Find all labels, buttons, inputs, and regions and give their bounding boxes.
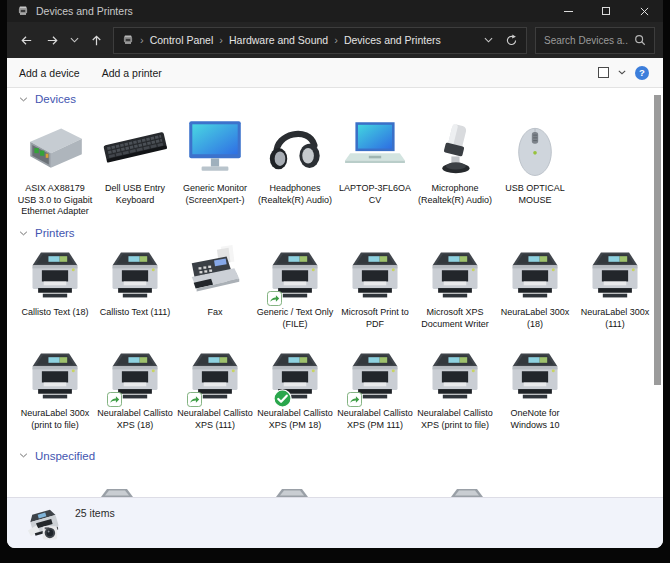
shared-badge [107,392,122,407]
printer-icon [25,242,85,304]
tile-label: NeuraLabel 300x (18) [496,307,574,330]
laptop-icon [342,108,408,180]
close-button[interactable] [625,0,663,22]
tile-label: Microphone (Realtek(R) Audio) [416,183,494,206]
tile-label: Callisto Text (111) [100,307,171,319]
breadcrumb-item[interactable]: Control Panel [150,34,214,46]
ethernet-adapter-icon [22,108,88,180]
printer-icon [505,343,565,405]
forward-arrow-icon [45,33,60,48]
printer-tile[interactable]: Neuralabel Callisto XPS (PM 18) [255,343,335,431]
tile-label: Generic / Text Only (FILE) [256,307,334,330]
printer-tile[interactable]: Callisto Text (18) [15,242,95,319]
recent-locations-button[interactable] [65,27,83,53]
printer-camera-icon [23,504,65,548]
minimize-button[interactable] [549,0,587,22]
tile-label: Headphones (Realtek(R) Audio) [256,183,334,206]
screen: Devices and Printers [0,0,670,563]
printer-tile[interactable]: Neuralabel Callisto XPS (PM 111) [335,343,415,431]
printer-icon [105,242,165,304]
refresh-button[interactable] [505,34,518,47]
close-icon [640,7,649,16]
unspecified-partials [7,489,663,497]
search-input[interactable] [544,35,628,46]
section-header-unspecified[interactable]: Unspecified [15,445,663,465]
device-tile[interactable]: Dell USB Entry Keyboard [95,108,175,206]
printer-tile[interactable]: NeuraLabel 300x (111) [575,242,655,330]
section-label: Printers [35,227,75,239]
minimize-icon [564,11,573,12]
shared-badge [347,392,362,407]
fax-icon [184,242,246,304]
add-printer-button[interactable]: Add a printer [102,67,162,79]
help-icon: ? [639,67,645,78]
device-tile[interactable]: USB OPTICAL MOUSE [495,108,575,206]
printer-tile[interactable]: Neuralabel Callisto XPS (111) [175,343,255,431]
monitor-icon [182,108,248,180]
printer-tile[interactable]: Fax [175,242,255,319]
up-arrow-icon [89,33,104,48]
printer-tile[interactable]: Neuralabel Callisto XPS (print to file) [415,343,495,431]
partial-device-icon[interactable] [447,489,487,497]
window-title: Devices and Printers [36,5,549,17]
shared-badge [187,392,202,407]
printer-tile[interactable]: Callisto Text (111) [95,242,175,319]
printer-app-icon [17,5,29,17]
item-count: 25 items [75,507,115,519]
help-button[interactable]: ? [635,66,649,80]
up-button[interactable] [83,27,109,53]
breadcrumb-separator: › [334,34,338,46]
tile-label: NeuraLabel 300x (111) [576,307,654,330]
printer-tile[interactable]: NeuraLabel 300x (print to file) [15,343,95,431]
tile-label: USB OPTICAL MOUSE [496,183,574,206]
magnifier-icon [634,34,646,46]
add-device-button[interactable]: Add a device [19,67,80,79]
maximize-button[interactable] [587,0,625,22]
section-printers: PrintersCallisto Text (18)Callisto Text … [15,222,663,445]
tile-label: ASIX AX88179 USB 3.0 to Gigabit Ethernet… [16,183,94,218]
device-tile[interactable]: Microphone (Realtek(R) Audio) [415,108,495,206]
device-tile[interactable]: Generic Monitor (ScreenXpert-) [175,108,255,206]
printer-icon [265,343,325,405]
status-bar: 25 items [7,497,663,548]
tile-label: Neuralabel Callisto XPS (print to file) [416,408,494,431]
breadcrumb-item[interactable]: Devices and Printers [344,34,441,46]
printer-tile[interactable]: Microsoft Print to PDF [335,242,415,330]
printer-icon [345,343,405,405]
view-options-icon[interactable] [598,67,609,78]
printer-tile[interactable]: Microsoft XPS Document Writer [415,242,495,330]
chevron-down-icon [19,231,28,236]
scrollbar-thumb[interactable] [654,95,661,385]
section-header-devices[interactable]: Devices [15,88,663,108]
printer-icon [265,242,325,304]
toolbar-right: ? [598,66,649,80]
section-unspecified: Unspecified [15,445,663,465]
default-printer-badge [273,389,292,408]
forward-button[interactable] [39,27,65,53]
maximize-icon [602,7,610,15]
device-tile[interactable]: Headphones (Realtek(R) Audio) [255,108,335,206]
printer-icon [585,242,645,304]
printer-icon [425,242,485,304]
printer-tile[interactable]: Generic / Text Only (FILE) [255,242,335,330]
printer-tile[interactable]: OneNote for Windows 10 [495,343,575,431]
device-tile[interactable]: LAPTOP-3FL6OA CV [335,108,415,206]
address-bar[interactable]: ›Control Panel›Hardware and Sound›Device… [113,27,527,54]
back-button[interactable] [13,27,39,53]
printer-icon [425,343,485,405]
keyboard-icon [101,108,169,180]
partial-device-icon[interactable] [272,489,312,497]
partial-device-icon[interactable] [97,489,137,497]
view-options-dropdown[interactable] [618,70,626,75]
printer-icon [105,343,165,405]
section-header-printers[interactable]: Printers [15,222,663,242]
vertical-scrollbar[interactable] [653,88,661,497]
tile-label: NeuraLabel 300x (print to file) [16,408,94,431]
headphones-icon [264,108,326,180]
breadcrumb-item[interactable]: Hardware and Sound [229,34,328,46]
printer-tile[interactable]: NeuraLabel 300x (18) [495,242,575,330]
device-tile[interactable]: ASIX AX88179 USB 3.0 to Gigabit Ethernet… [15,108,95,218]
printer-tile[interactable]: Neuralabel Callisto XPS (18) [95,343,175,431]
printer-icon [122,34,134,46]
address-dropdown-button[interactable] [484,37,493,43]
